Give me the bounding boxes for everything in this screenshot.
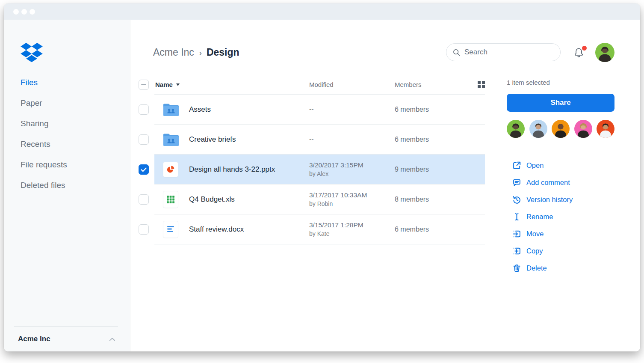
table-row[interactable]: Q4 Budget.xls 3/17/2017 10:33AM by Robin… bbox=[137, 184, 485, 214]
member-avatar[interactable] bbox=[529, 120, 547, 138]
file-table: Name Modified Members bbox=[137, 75, 485, 277]
table-row[interactable]: Creative briefs -- 6 members bbox=[137, 125, 485, 155]
sort-descending-icon bbox=[176, 83, 180, 86]
grid-view-toggle-icon[interactable] bbox=[478, 81, 485, 88]
breadcrumb-separator-icon: › bbox=[199, 47, 202, 58]
excel-file-icon bbox=[154, 191, 189, 208]
column-header-name[interactable]: Name bbox=[154, 81, 309, 88]
sidebar-item-recents[interactable]: Recents bbox=[4, 134, 130, 155]
member-avatars bbox=[507, 120, 614, 138]
window-zoom-button[interactable] bbox=[30, 9, 35, 15]
modified-cell: 3/20/2017 3:15PM by Alex bbox=[309, 161, 395, 178]
modified-cell: -- bbox=[309, 135, 395, 144]
sidebar-item-files[interactable]: Files bbox=[4, 72, 130, 93]
sidebar-item-sharing[interactable]: Sharing bbox=[4, 113, 130, 134]
detail-panel: 1 item selected Share bbox=[507, 75, 614, 277]
row-checkbox-checked[interactable] bbox=[139, 164, 149, 175]
members-cell: 8 members bbox=[395, 196, 467, 203]
breadcrumb: Acme Inc › Design bbox=[153, 47, 239, 58]
row-checkbox[interactable] bbox=[139, 224, 149, 235]
table-header-row: Name Modified Members bbox=[137, 75, 485, 95]
topbar: Acme Inc › Design bbox=[137, 43, 614, 62]
notifications-button[interactable] bbox=[573, 47, 585, 58]
action-copy[interactable]: Copy bbox=[507, 242, 614, 259]
table-row[interactable]: Staff review.docx 3/15/2017 1:28PM by Ka… bbox=[137, 214, 485, 244]
search-icon bbox=[452, 48, 461, 57]
file-name[interactable]: Staff review.docx bbox=[189, 225, 309, 234]
history-icon bbox=[512, 195, 521, 204]
action-open[interactable]: Open bbox=[507, 157, 614, 174]
column-header-modified[interactable]: Modified bbox=[309, 81, 395, 88]
app-window: Files Paper Sharing Recents File request… bbox=[4, 3, 640, 351]
notification-badge bbox=[582, 46, 587, 51]
sidebar-item-paper[interactable]: Paper bbox=[4, 93, 130, 113]
sidebar-item-file-requests[interactable]: File requests bbox=[4, 155, 130, 175]
file-name[interactable]: Assets bbox=[189, 105, 309, 114]
dropbox-logo-icon[interactable] bbox=[21, 43, 43, 63]
share-button[interactable]: Share bbox=[507, 94, 614, 112]
action-version-history[interactable]: Version history bbox=[507, 191, 614, 208]
sidebar-item-deleted-files[interactable]: Deleted files bbox=[4, 175, 130, 196]
search-input[interactable] bbox=[464, 48, 554, 57]
shared-folder-icon bbox=[154, 103, 189, 116]
main-area: Acme Inc › Design bbox=[130, 20, 640, 351]
table-row[interactable]: Assets -- 6 members bbox=[137, 95, 485, 125]
action-rename[interactable]: Rename bbox=[507, 208, 614, 225]
open-external-icon bbox=[512, 161, 521, 170]
member-avatar[interactable] bbox=[574, 120, 592, 138]
move-icon bbox=[512, 229, 521, 238]
sidebar-nav: Files Paper Sharing Recents File request… bbox=[4, 72, 130, 196]
select-all-checkbox[interactable] bbox=[139, 80, 149, 90]
user-avatar[interactable] bbox=[595, 43, 614, 62]
member-avatar[interactable] bbox=[597, 120, 614, 138]
modified-cell: 3/17/2017 10:33AM by Robin bbox=[309, 191, 395, 208]
row-checkbox[interactable] bbox=[139, 194, 149, 205]
member-avatar[interactable] bbox=[507, 120, 525, 138]
powerpoint-file-icon bbox=[154, 162, 189, 177]
selection-status: 1 item selected bbox=[507, 75, 614, 86]
sidebar-footer: Acme Inc bbox=[4, 326, 130, 351]
action-add-comment[interactable]: Add comment bbox=[507, 174, 614, 191]
modified-cell: -- bbox=[309, 105, 395, 114]
search-box[interactable] bbox=[446, 43, 561, 61]
file-name[interactable]: Q4 Budget.xls bbox=[189, 195, 309, 204]
row-checkbox[interactable] bbox=[139, 104, 149, 115]
row-checkbox[interactable] bbox=[139, 134, 149, 145]
members-cell: 6 members bbox=[395, 106, 467, 113]
chevron-up-icon bbox=[109, 337, 115, 341]
members-cell: 6 members bbox=[395, 136, 467, 143]
window-titlebar bbox=[4, 3, 640, 20]
action-move[interactable]: Move bbox=[507, 225, 614, 242]
window-minimize-button[interactable] bbox=[21, 9, 27, 15]
modified-cell: 3/15/2017 1:28PM by Kate bbox=[309, 221, 395, 238]
breadcrumb-parent[interactable]: Acme Inc bbox=[153, 47, 194, 58]
member-avatar[interactable] bbox=[552, 120, 570, 138]
members-cell: 9 members bbox=[395, 166, 467, 173]
action-delete[interactable]: Delete bbox=[507, 259, 614, 277]
file-name[interactable]: Design all hands 3-22.pptx bbox=[189, 165, 309, 174]
column-header-members[interactable]: Members bbox=[395, 81, 467, 88]
team-name: Acme Inc bbox=[18, 335, 50, 343]
table-row-selected[interactable]: Design all hands 3-22.pptx 3/20/2017 3:1… bbox=[137, 155, 485, 184]
copy-icon bbox=[512, 247, 521, 256]
window-close-button[interactable] bbox=[13, 9, 19, 15]
sidebar: Files Paper Sharing Recents File request… bbox=[4, 20, 130, 351]
word-file-icon bbox=[154, 221, 189, 238]
file-name[interactable]: Creative briefs bbox=[189, 135, 309, 144]
comment-icon bbox=[512, 178, 521, 187]
trash-icon bbox=[512, 264, 521, 273]
action-list: Open Add comment bbox=[507, 157, 614, 277]
shared-folder-icon bbox=[154, 133, 189, 146]
breadcrumb-current: Design bbox=[207, 47, 239, 58]
team-switcher[interactable]: Acme Inc bbox=[14, 327, 118, 351]
members-cell: 6 members bbox=[395, 226, 467, 233]
rename-cursor-icon bbox=[512, 212, 521, 221]
